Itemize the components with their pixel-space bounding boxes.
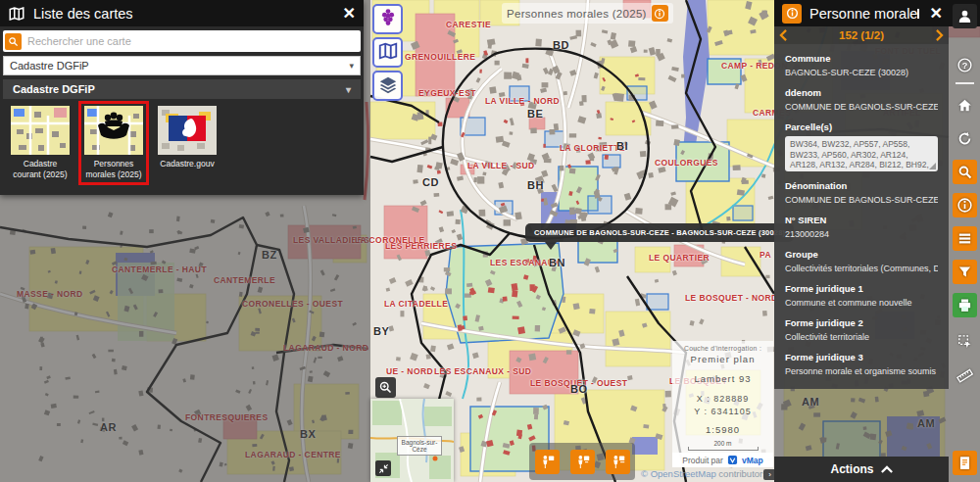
export-tool-button[interactable] [953, 451, 977, 475]
print-icon [956, 297, 973, 313]
actions-button[interactable]: Actions [774, 457, 949, 482]
refresh-icon [956, 130, 973, 147]
minimap-collapse-button[interactable] [375, 460, 391, 476]
district-label: LE QUARTIER [649, 253, 710, 263]
district-label: EYGEUX-EST [418, 88, 476, 98]
feature-info-header: Personne morale ✕ [774, 0, 980, 26]
field-value: BAGNOLS-SUR-CEZE (30028) [785, 67, 938, 78]
district-label: LE BOSQUET - NORD [685, 293, 778, 303]
interrogation-layer-select[interactable]: Premier plan [672, 354, 773, 364]
field-label: Commune [785, 53, 938, 65]
chevron-down-icon: ▾ [346, 84, 351, 95]
field-value: COMMUNE DE BAGNOLS-SUR-CEZE [785, 101, 938, 113]
district-label: GRENOUILLERE [405, 52, 475, 62]
layers-button[interactable] [372, 71, 403, 101]
home-tool-button[interactable] [953, 93, 977, 118]
layers-icon [377, 73, 399, 99]
category-select[interactable]: Cadastre DGFiP ▾ [3, 56, 361, 75]
chevron-right-icon[interactable] [935, 29, 944, 41]
osm-attribution: © OpenStreetMap contributors. [641, 468, 770, 479]
pager-counter: 152 (1/2) [788, 29, 935, 41]
feature-field: DénominationCOMMUNE DE BAGNOLS-SUR-CEZE [785, 180, 938, 206]
projection-select[interactable]: Lambert 93 [672, 373, 773, 384]
search-tool-button[interactable] [953, 160, 977, 184]
help-tool-button[interactable]: ? [953, 53, 977, 77]
feature-pager: 152 (1/2) [774, 26, 949, 44]
info-tool-button[interactable] [953, 193, 977, 217]
district-label: LES ESCANAUX - SUD [434, 366, 531, 376]
maps-button[interactable] [372, 37, 403, 68]
streetview-link-button-2[interactable] [570, 450, 595, 474]
actions-label: Actions [830, 462, 873, 476]
select-tool-tool-button[interactable] [953, 329, 977, 354]
feature-fields: CommuneBAGNOLS-SUR-CEZE (30028)ddenomCOM… [774, 44, 949, 389]
parcelles-textarea[interactable]: BW364, BW232, AP557, AP558, BW233, AP560… [785, 136, 938, 171]
help-icon: ? [956, 57, 973, 73]
section-header-cadastre-dgfip[interactable]: Cadastre DGFiP ▾ [3, 79, 361, 99]
streetview-link-button-1[interactable] [535, 450, 560, 474]
close-icon[interactable]: ✕ [343, 6, 356, 22]
map-card-label: Personnes morales (2025) [83, 159, 144, 180]
field-value: Personne morale et organisme soumis au d… [785, 365, 938, 377]
map-card-label: Cadastre courant (2025) [10, 159, 71, 180]
district-label: LA GLORIETTE [560, 143, 625, 153]
field-label: Forme juridique 2 [785, 317, 938, 329]
chevron-down-icon: ▾ [349, 61, 354, 71]
minimap-place-label: Bagnols-sur-Cèze [397, 436, 442, 456]
field-label: ddenom [785, 87, 938, 99]
toolbar-divider [956, 82, 974, 84]
refresh-tool-button[interactable] [953, 126, 977, 151]
map-card-label: Cadastre.gouv [157, 159, 218, 169]
credit-brand[interactable]: vMap [742, 456, 763, 465]
streetview-link-button-3[interactable] [606, 450, 630, 474]
district-label: UE - NORD [386, 366, 433, 376]
chevron-left-icon[interactable] [779, 29, 788, 41]
coordinates-panel: Couche d'interrogation : Premier plan La… [672, 341, 773, 467]
district-label: LA CITADELLE [384, 299, 448, 309]
scalebar-label: 200 m [688, 440, 759, 447]
map-card-personnes[interactable]: Personnes morales (2025) [81, 104, 146, 182]
map-search-box [3, 30, 361, 52]
field-label: N° SIREN [785, 215, 938, 226]
map-title: Personnes morales (2025) [507, 8, 647, 20]
chevron-up-icon [881, 465, 893, 473]
pegman-icon [539, 454, 556, 470]
user-tool-button[interactable] [953, 4, 977, 28]
map-list-panel: Liste des cartes ✕ Cadastre DGFiP ▾ Cada… [0, 0, 364, 195]
district-label: PA [760, 250, 771, 260]
osm-link[interactable]: © OpenStreetMap [641, 468, 716, 479]
info-icon [782, 4, 802, 24]
feature-field: Forme juridique 3Personne morale et orga… [785, 352, 938, 377]
vmap-logo-icon [727, 455, 738, 465]
window-restore-icon[interactable] [917, 9, 919, 19]
close-icon[interactable]: ✕ [929, 6, 942, 22]
grapes-icon [377, 7, 399, 32]
feature-field: CommuneBAGNOLS-SUR-CEZE (30028) [785, 53, 938, 78]
map-card-cadastre[interactable]: Cadastre courant (2025) [8, 104, 73, 182]
zoom-in-button[interactable] [375, 377, 396, 398]
map-card-gouv[interactable]: Cadastre.gouv [155, 104, 220, 171]
themes-button[interactable] [372, 4, 403, 34]
print-tool-button[interactable] [953, 293, 977, 317]
filter-tool-button[interactable] [953, 260, 977, 284]
map-info-icon[interactable] [652, 5, 668, 22]
map-icon [377, 40, 399, 66]
legend-tool-button[interactable] [953, 226, 977, 251]
search-input[interactable] [25, 34, 359, 48]
section-label: BE [527, 108, 543, 120]
overview-minimap[interactable]: Bagnols-sur-Cèze [370, 399, 454, 482]
map-cards-row: Cadastre courant (2025)Personnes morales… [8, 104, 220, 182]
credit-prefix: Produit par [682, 456, 723, 465]
collapse-arrows-icon [378, 463, 389, 474]
svg-text:?: ? [962, 61, 968, 71]
scale-select[interactable]: 1:5980 [672, 424, 773, 435]
section-label: BH [527, 179, 544, 191]
map-icon [8, 5, 25, 23]
district-label: LA VILLE - SUD [467, 161, 535, 170]
field-value: COMMUNE DE BAGNOLS-SUR-CEZE [785, 194, 938, 206]
measure-tool-button[interactable] [953, 363, 977, 388]
section-label: BD [553, 39, 569, 51]
vmap-application: CARESTIEGRENOUILLEREFONT DU TUELCAMP - R… [0, 0, 980, 482]
user-icon [956, 8, 973, 24]
export-icon [956, 455, 973, 471]
